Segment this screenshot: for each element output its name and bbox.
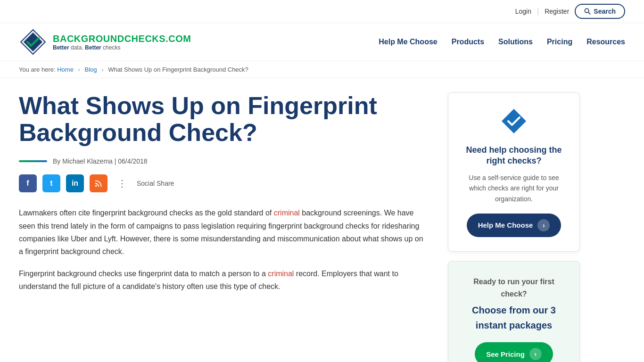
tagline-better2: Better	[85, 44, 101, 51]
svg-point-0	[585, 8, 589, 12]
svg-marker-5	[502, 109, 526, 133]
breadcrumb-current: What Shows Up on Fingerprint Background …	[108, 66, 248, 73]
nav-resources[interactable]: Resources	[586, 38, 625, 46]
article-title: What Shows Up on Fingerprint Background …	[19, 92, 429, 146]
breadcrumb-home[interactable]: Home	[57, 66, 74, 73]
nav-links: Help Me Choose Products Solutions Pricin…	[379, 38, 625, 46]
breadcrumb: You are here: Home › Blog › What Shows U…	[0, 61, 644, 78]
author-bar	[19, 160, 47, 162]
nav-solutions[interactable]: Solutions	[498, 38, 533, 46]
logo-area: BACKGROUNDCHECKS.COM Better data. Better…	[19, 28, 191, 56]
sidebar-card2-sub: Ready to run your first check?	[460, 276, 568, 300]
svg-line-1	[588, 12, 590, 14]
tagline-better1: Better	[53, 44, 69, 51]
tagline: Better data. Better checks	[53, 44, 191, 51]
svg-point-4	[95, 185, 97, 187]
article-area: What Shows Up on Fingerprint Background …	[19, 92, 429, 362]
breadcrumb-blog[interactable]: Blog	[85, 66, 97, 73]
more-share-button[interactable]: ⋮	[113, 174, 131, 192]
main-container: What Shows Up on Fingerprint Background …	[0, 78, 644, 362]
sidebar-card-help: Need help choosing the right checks? Use…	[448, 92, 580, 252]
breadcrumb-sep2: ›	[101, 66, 103, 73]
sidebar-card2-main: Choose from our 3 instant packages	[460, 303, 568, 333]
rss-icon[interactable]	[90, 174, 107, 192]
breadcrumb-prefix: You are here:	[19, 66, 56, 73]
nav-products[interactable]: Products	[452, 38, 484, 46]
arrow-icon: ›	[537, 219, 550, 231]
search-label: Search	[594, 8, 616, 15]
logo-text: BACKGROUNDCHECKS.COM Better data. Better…	[53, 33, 191, 51]
pricing-arrow-icon: ›	[529, 348, 542, 360]
author-text: By Michael Klazema | 06/4/2018	[53, 157, 148, 165]
separator: |	[537, 7, 539, 16]
sidebar-card-pricing: Ready to run your first check? Choose fr…	[448, 261, 580, 362]
nav-bar: BACKGROUNDCHECKS.COM Better data. Better…	[0, 23, 644, 61]
sidebar-card-icon	[500, 107, 528, 135]
login-link[interactable]: Login	[515, 8, 531, 15]
sidebar-card1-body: Use a self-service guide to see which ch…	[460, 173, 568, 204]
logo-icon	[19, 28, 47, 56]
criminal-record-link[interactable]: criminal	[268, 270, 294, 278]
help-me-choose-label: Help Me Choose	[478, 221, 533, 229]
search-icon	[584, 8, 591, 15]
tagline-text2: checks	[101, 44, 121, 51]
top-bar: Login | Register Search	[0, 0, 644, 23]
linkedin-icon[interactable]: in	[66, 174, 84, 192]
nav-help-me-choose[interactable]: Help Me Choose	[379, 38, 437, 46]
brand-first: BACKGROUND	[53, 33, 124, 44]
author-line: By Michael Klazema | 06/4/2018	[19, 157, 429, 165]
search-button[interactable]: Search	[575, 4, 625, 19]
brand-second: CHECKS.COM	[124, 33, 191, 44]
tagline-text1: data.	[69, 44, 85, 51]
facebook-icon[interactable]: f	[19, 174, 37, 192]
social-share-label: Social Share	[137, 180, 174, 187]
brand-name: BACKGROUNDCHECKS.COM	[53, 33, 191, 44]
article-body: Lawmakers often cite fingerprint backgro…	[19, 206, 429, 293]
see-pricing-label: See Pricing	[486, 350, 525, 358]
article-paragraph-2: Fingerprint background checks use finger…	[19, 267, 429, 293]
help-me-choose-button[interactable]: Help Me Choose ›	[467, 214, 561, 237]
article-paragraph-1: Lawmakers often cite fingerprint backgro…	[19, 206, 429, 258]
twitter-icon[interactable]: t	[42, 174, 60, 192]
register-link[interactable]: Register	[545, 8, 569, 15]
criminal-link[interactable]: criminal	[274, 209, 300, 217]
sidebar-card1-title: Need help choosing the right checks?	[460, 145, 568, 167]
see-pricing-button[interactable]: See Pricing ›	[475, 342, 553, 362]
social-share: f t in ⋮ Social Share	[19, 174, 429, 192]
nav-pricing[interactable]: Pricing	[547, 38, 572, 46]
sidebar: Need help choosing the right checks? Use…	[448, 92, 580, 362]
breadcrumb-sep1: ›	[78, 66, 80, 73]
